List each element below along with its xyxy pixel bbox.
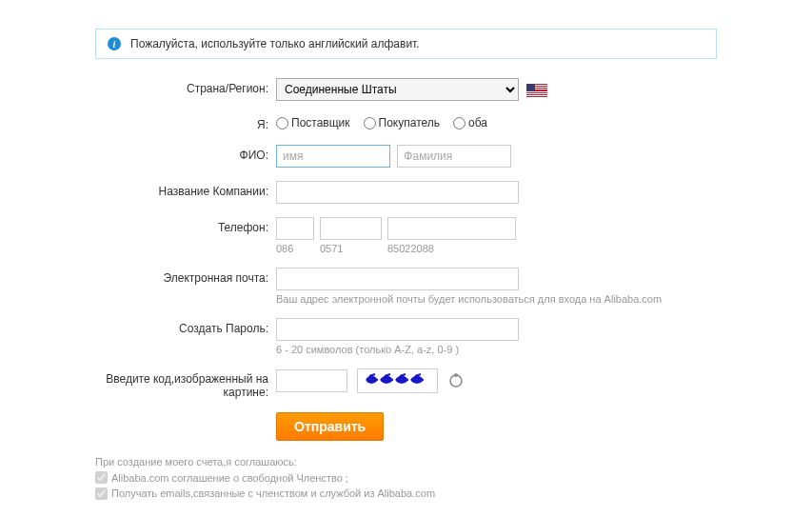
captcha-input[interactable]	[276, 369, 347, 392]
last-name-input[interactable]	[397, 145, 511, 168]
password-hint: 6 - 20 символов (только A-Z, a-z, 0-9 )	[276, 344, 717, 355]
role-buyer-label: Покупатель	[379, 116, 440, 129]
password-label: Создать Пароль:	[95, 318, 276, 335]
agreement-line-2: Получать emails,связанные с членством и …	[111, 486, 435, 502]
phone-number-input[interactable]	[387, 217, 516, 240]
info-banner-text: Пожалуйста, используйте только английски…	[130, 37, 420, 50]
submit-button[interactable]: Отправить	[276, 412, 384, 441]
agreement-block: При создание моего счета,я соглашаюсь: A…	[95, 454, 717, 502]
phone-hint-3: 85022088	[387, 243, 516, 254]
captcha-label: Введите код,изображенный на картине:	[95, 368, 276, 399]
country-select[interactable]: Соединенные Штаты	[276, 78, 519, 101]
captcha-image	[357, 368, 438, 393]
first-name-input[interactable]	[276, 145, 390, 168]
role-supplier-label: Поставщик	[291, 116, 350, 129]
iam-label: Я:	[95, 114, 276, 131]
info-icon: i	[108, 37, 121, 50]
role-both-option[interactable]: оба	[453, 116, 487, 129]
role-buyer-radio[interactable]	[364, 117, 376, 129]
agreement-line-1: Alibaba.com соглашение о свободной Членс…	[111, 470, 348, 487]
company-label: Название Компании:	[95, 181, 276, 198]
info-banner: i Пожалуйста, используйте только английс…	[95, 29, 717, 59]
phone-label: Телефон:	[95, 217, 276, 234]
agreement-checkbox-2[interactable]	[95, 487, 108, 500]
email-label: Электронная почта:	[95, 268, 276, 285]
fio-label: ФИО:	[95, 145, 276, 162]
agreement-intro: При создание моего счета,я соглашаюсь:	[95, 454, 717, 470]
role-supplier-radio[interactable]	[276, 117, 288, 129]
agreement-checkbox-1[interactable]	[95, 471, 108, 484]
country-label: Страна/Регион:	[95, 78, 276, 95]
email-input[interactable]	[276, 268, 519, 290]
role-buyer-option[interactable]: Покупатель	[364, 116, 440, 129]
flag-icon	[526, 84, 547, 97]
phone-hint-1: 086	[276, 243, 314, 254]
phone-country-code-input[interactable]	[276, 217, 314, 240]
password-input[interactable]	[276, 318, 519, 341]
role-supplier-option[interactable]: Поставщик	[276, 116, 350, 129]
refresh-icon[interactable]	[447, 372, 465, 389]
email-hint: Ваш адрес электронной почты будет исполь…	[276, 293, 717, 305]
phone-hint-2: 0571	[320, 243, 382, 254]
role-both-radio[interactable]	[453, 117, 465, 129]
role-both-label: оба	[468, 116, 487, 129]
phone-area-code-input[interactable]	[320, 217, 382, 240]
company-input[interactable]	[276, 181, 519, 204]
